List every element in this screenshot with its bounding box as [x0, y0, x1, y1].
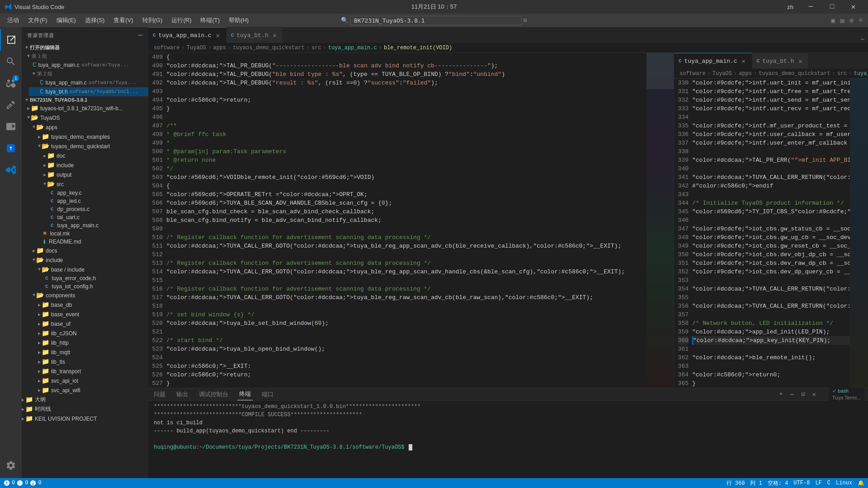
status-col[interactable]: 列 1	[750, 479, 762, 487]
timeline-folder[interactable]: ▶ 📁 时间线	[22, 404, 148, 414]
close-button[interactable]: ✕	[843, 0, 863, 14]
bc-software[interactable]: software	[154, 45, 180, 51]
open-editor-item-1[interactable]: C tuya_app_main.c software/Tuya...	[25, 61, 148, 70]
activity-extensions[interactable]	[0, 94, 22, 116]
app-led-c[interactable]: C app_led.c	[22, 197, 148, 205]
terminal-tab-problems[interactable]: 问题	[152, 389, 167, 400]
activity-settings[interactable]	[0, 455, 22, 476]
svc-api-wifi-folder[interactable]: ▶ 📁 svc_api_wifi	[22, 385, 148, 395]
base-event-folder[interactable]: ▶ 📁 base_event	[22, 310, 148, 319]
search-new-window-icon[interactable]: ⊞	[524, 17, 527, 24]
right-tab-close-2[interactable]: ✕	[797, 57, 804, 65]
dp-process-c[interactable]: C dp_process.c	[22, 205, 148, 213]
local-mk[interactable]: M local.mk	[22, 230, 148, 238]
rbc-file[interactable]: tuya_app_main.c	[854, 70, 868, 77]
readme-md[interactable]: ℹ README.md	[22, 238, 148, 246]
tab-close-1[interactable]: ✕	[214, 32, 222, 39]
status-errors[interactable]: 0 0 0	[4, 480, 42, 486]
status-spaces[interactable]: 空格: 4	[768, 479, 788, 487]
rbc-src[interactable]: src	[837, 70, 847, 77]
terminal-tab-terminal[interactable]: 终端	[237, 388, 253, 400]
tuya-terminal-option[interactable]: Tuya Termi...	[832, 395, 861, 400]
doc-folder[interactable]: ▶ 📁 doc	[22, 151, 148, 160]
lib-cjson-folder[interactable]: ▶ 📁 lib_cJSON	[22, 328, 148, 338]
activity-tuya[interactable]: T	[0, 137, 22, 159]
right-tab-close-1[interactable]: ✕	[740, 57, 747, 65]
activity-search[interactable]	[0, 51, 22, 72]
menu-select[interactable]: 选择(S)	[80, 14, 109, 26]
bc-apps[interactable]: apps	[213, 45, 226, 51]
terminal-tab-output[interactable]: 输出	[175, 389, 190, 400]
bash-option[interactable]: ✓ bash	[832, 388, 861, 394]
bc-src[interactable]: src	[311, 45, 321, 51]
rbc-apps[interactable]: apps	[739, 70, 752, 77]
components-folder[interactable]: ▼ 📂 components	[22, 291, 148, 300]
docs-folder[interactable]: ▶ 📁 docs	[22, 246, 148, 255]
terminal-close-icon[interactable]: ✕	[811, 389, 818, 399]
section-bk7231n[interactable]: ▼ BK7231N_TUYAOS-3.8.1	[22, 96, 148, 103]
layout-grid-icon[interactable]: ⊞	[848, 16, 855, 25]
left-code-scroll[interactable]: { "color:#dcdcaa;">TAL_PR_DEBUG("-------…	[166, 53, 646, 388]
open-editor-item-2[interactable]: C tuya_app_main.c software/Tuya...	[29, 78, 148, 87]
status-line-ending[interactable]: LF	[815, 480, 821, 486]
menu-help[interactable]: 帮助(H)	[224, 14, 253, 26]
menu-terminal[interactable]: 终端(T)	[196, 14, 224, 26]
menu-view[interactable]: 查看(V)	[109, 14, 137, 26]
keil-folder[interactable]: ▶ 📁 KEIL UVISION PROJECT	[22, 414, 148, 423]
lib-mqtt-folder[interactable]: ▶ 📁 lib_mqtt	[22, 347, 148, 357]
open-editor-item-3[interactable]: C tuya_bt.h software/TuyaOS/Incl...	[29, 87, 148, 96]
tuya-iot-config-h[interactable]: C tuya_iot_config.h	[22, 282, 148, 291]
menu-run[interactable]: 运行(R)	[167, 14, 196, 26]
status-platform[interactable]: Linux	[836, 480, 852, 486]
bc-tuyaos[interactable]: TuyaOS	[187, 45, 206, 51]
right-code-scroll[interactable]: "color:#9cdcfe;">intf.uart_init = mf_uar…	[692, 79, 850, 388]
base-db-folder[interactable]: ▶ 📁 base_db	[22, 300, 148, 310]
tuya-error-code-h[interactable]: C tuya_error_code.h	[22, 274, 148, 282]
tuyaos-demo-quickstart[interactable]: ▼ 📂 tuyaos_demo_quickstart	[22, 141, 148, 151]
tab-tuya-bt-h[interactable]: C tuya_bt.h ✕	[226, 27, 283, 43]
rbc-tuyaos[interactable]: TuyaOS	[712, 70, 732, 77]
tal-uart-c[interactable]: C tal_uart.c	[22, 213, 148, 221]
layout-split-icon[interactable]: ▤	[839, 16, 846, 25]
lib-http-folder[interactable]: ▶ 📁 lib_http	[22, 338, 148, 347]
output-folder[interactable]: ▶ 📁 output	[22, 170, 148, 179]
outline-folder[interactable]: ▶ 📁 大纲	[22, 395, 148, 404]
app-key-c[interactable]: C app_key.c	[22, 189, 148, 197]
include-toplevel[interactable]: ▼ 📂 include	[22, 255, 148, 265]
activity-explorer[interactable]	[0, 29, 22, 51]
terminal-tab-ports[interactable]: 端口	[260, 389, 275, 400]
tuyaos-folder[interactable]: ▼ 📂 TuyaOS	[22, 113, 148, 122]
tuya-app-main-c[interactable]: C tuya_app_main.c	[22, 221, 148, 230]
bc-function[interactable]: ble_remote_init(VOID)	[384, 45, 452, 51]
menu-edit[interactable]: 编辑(E)	[52, 14, 80, 26]
right-tab-app-main[interactable]: C tuya_app_main.c ✕	[674, 53, 752, 69]
src-folder[interactable]: ▼ 📂 src	[22, 179, 148, 189]
editor-more-button[interactable]: ⋯	[857, 36, 868, 43]
tuyaos-demo-examples[interactable]: ▶ 📁 tuyaos_demo_examples	[22, 132, 148, 141]
status-encoding[interactable]: UTF-8	[793, 480, 810, 486]
status-lang[interactable]: C	[827, 480, 830, 486]
activity-vscode[interactable]	[0, 159, 22, 181]
activity-remote[interactable]	[0, 116, 22, 137]
base-uf-folder[interactable]: ▶ 📁 base_uf	[22, 319, 148, 328]
status-line[interactable]: 行 360	[726, 479, 745, 487]
apps-folder[interactable]: ▼ 📂 apps	[22, 122, 148, 132]
sidebar-more-icon[interactable]: ⋯	[138, 31, 143, 40]
status-bell-icon[interactable]: 🔔	[858, 480, 864, 487]
menu-goto[interactable]: 转到(G)	[138, 14, 167, 26]
rbc-software[interactable]: software	[679, 70, 706, 77]
minimize-button[interactable]: ─	[801, 0, 821, 14]
tab-close-2[interactable]: ✕	[271, 32, 278, 39]
lib-tls-folder[interactable]: ▶ 📁 lib_tls	[22, 357, 148, 366]
tab-tuya-app-main[interactable]: C tuya_app_main.c ✕	[148, 27, 226, 43]
bc-file[interactable]: tuya_app_main.c	[328, 45, 377, 51]
bc-demo[interactable]: tuyaos_demo_quickstart	[233, 45, 304, 51]
terminal-add-icon[interactable]: +	[777, 389, 784, 399]
search-input[interactable]	[350, 16, 522, 25]
terminal-split-icon[interactable]: ⊡	[799, 389, 807, 399]
menu-file[interactable]: 文件(F)	[24, 14, 52, 26]
tuyaos-iot-item[interactable]: ▶ 📁 tuyaos-iot_3.8.1_bk7231n_wifi-b...	[22, 103, 148, 113]
layout-custom-icon[interactable]: ≡	[857, 16, 864, 25]
activity-source-control[interactable]: 1	[0, 72, 22, 94]
lib-transport-folder[interactable]: ▶ 📁 lib_transport	[22, 366, 148, 376]
